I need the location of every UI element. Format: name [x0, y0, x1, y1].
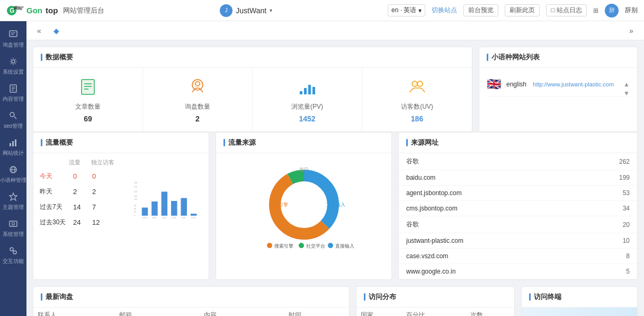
svg-text:270: 270	[134, 186, 137, 188]
expand-right-btn[interactable]: »	[625, 24, 638, 37]
sidebar-item-system[interactable]: 系统设置	[0, 52, 26, 80]
inquiries-title: 最新询盘	[46, 292, 73, 302]
sidebar-item-inquiries[interactable]: 询盘管理	[0, 25, 26, 52]
sidebar-item-seo[interactable]: seo管理	[0, 107, 26, 134]
site-url[interactable]: http://www.justwant-plastic.com	[533, 81, 614, 87]
small-sites-title: 小语种网站列表	[491, 52, 540, 62]
yesterday-label: 昨天	[40, 187, 69, 196]
svg-text:30: 30	[134, 211, 136, 213]
svg-text:180: 180	[134, 195, 137, 197]
inquiries-icon	[8, 30, 18, 41]
pv-label: 浏览量(PV)	[291, 102, 323, 111]
30days-label: 过去30天	[40, 218, 69, 227]
svg-point-67	[267, 243, 272, 248]
small-sites-body: 🇬🇧 english http://www.justwant-plastic.c…	[479, 68, 637, 101]
source-item-4: cms.jsbontop.com 34	[399, 201, 637, 216]
sidebar-label: seo管理	[4, 123, 23, 129]
site-name: JustWant	[236, 6, 266, 15]
site-selector[interactable]: J JustWant ▾	[220, 4, 272, 17]
7days-visitors: 7	[92, 203, 96, 211]
svg-text:搜索引擎: 搜索引擎	[269, 202, 288, 207]
stat-inquiries: 询盘数量 2	[143, 68, 253, 131]
source-url-title: 来源网址	[411, 138, 439, 147]
sys-mgr-icon	[8, 219, 18, 230]
today-visitors: 0	[92, 172, 96, 180]
svg-text:12月: 12月	[182, 216, 186, 219]
svg-text:90: 90	[134, 205, 136, 207]
bar-chart-container: 310 270 210 180 150 90 60 30 0	[134, 159, 202, 245]
row2: 流量概要 流量 独立访客 今天 0	[26, 132, 644, 280]
system-icon	[8, 57, 18, 68]
data-overview-card: 数据概要 文章数量 69	[33, 47, 472, 132]
expand-icon[interactable]: ⊞	[593, 7, 598, 14]
col-email: 邮箱	[115, 308, 200, 316]
svg-rect-31	[304, 88, 307, 94]
svg-point-69	[299, 243, 304, 248]
svg-text:直接输入: 直接输入	[335, 243, 354, 249]
today-label: 今天	[40, 172, 69, 181]
sidebar-item-sys-mgr[interactable]: 系统管理	[0, 215, 26, 242]
sidebar-label: 询盘管理	[3, 42, 24, 48]
7days-label: 过去7天	[40, 203, 69, 212]
traffic-source-header: 流量来源	[216, 133, 391, 153]
scroll-up-icon[interactable]: ▲	[623, 81, 630, 88]
svg-rect-19	[10, 221, 17, 226]
svg-text:60: 60	[134, 208, 136, 210]
collapse-btn[interactable]: «	[33, 24, 46, 37]
donut-chart: 搜索引擎 直接输入 其它 搜索引擎 社交平台 直接输入	[251, 160, 357, 255]
lang-select[interactable]: en · 英语 ▾	[388, 4, 425, 16]
svg-point-6	[12, 60, 15, 63]
count-6: 10	[623, 237, 630, 244]
sidebar-label: 主题管理	[3, 204, 24, 210]
title-bar	[223, 139, 225, 146]
count-1: 262	[619, 158, 630, 165]
period-yesterday: 昨天 2 2	[40, 184, 130, 199]
bar-dec	[181, 198, 187, 215]
pv-value[interactable]: 1452	[299, 115, 315, 123]
site-log-btn[interactable]: □ 站点日志	[546, 4, 587, 16]
diamond-btn[interactable]: ◆	[50, 24, 62, 37]
source-item-3: agent.jsbontop.com 53	[399, 186, 637, 201]
data-overview-title: 数据概要	[46, 52, 73, 62]
distribution-title: 访问分布	[369, 292, 396, 302]
svg-point-71	[328, 243, 333, 248]
distribution-table: 国家 百分比 次数 中国 80.23% 1165	[356, 308, 514, 316]
dist-col-count: 次数	[466, 308, 514, 316]
distribution-header: 访问分布	[356, 287, 514, 308]
visit-terminal-card: 访问终端 +	[521, 286, 638, 316]
svg-text:150: 150	[134, 198, 137, 200]
bar-nov	[171, 201, 177, 216]
svg-text:其它: 其它	[299, 167, 309, 172]
period-today: 今天 0 0	[40, 169, 130, 184]
bar-aug	[142, 207, 148, 215]
sidebar-item-theme[interactable]: 主题管理	[0, 188, 26, 215]
uv-value[interactable]: 186	[411, 115, 423, 123]
scroll-down-icon[interactable]: ▼	[623, 90, 630, 97]
svg-text:10月: 10月	[162, 216, 167, 219]
stat-uv: 访客数(UV) 186	[362, 68, 472, 131]
title-bar	[487, 54, 488, 61]
count-7: 8	[626, 252, 630, 260]
sidebar-item-content[interactable]: 内容管理	[0, 80, 26, 107]
terminal-title: 访问终端	[534, 292, 561, 302]
refresh-btn[interactable]: 刷新此页	[505, 4, 540, 16]
distribution-body: 国家 百分比 次数 中国 80.23% 1165	[356, 308, 514, 316]
source-item-1: 谷歌 262	[399, 153, 637, 170]
switch-site-btn[interactable]: 切换站点	[432, 6, 457, 15]
user-avatar[interactable]: 辞	[605, 4, 619, 17]
small-sites-card: 小语种网站列表 🇬🇧 english http://www.justwant-p…	[479, 47, 638, 132]
sidebar-item-small-lang[interactable]: 小语种管理	[0, 161, 26, 188]
svg-line-23	[13, 250, 14, 251]
visitors-header: 独立访客	[91, 159, 114, 166]
sidebar-label: 小语种管理	[0, 177, 26, 183]
traffic-source-title: 流量来源	[228, 138, 256, 147]
title-bar	[41, 293, 42, 301]
traffic-col-headers: 流量 独立访客	[40, 159, 130, 166]
preview-btn[interactable]: 前台预览	[463, 4, 498, 16]
source-item-6: justwant-plastic.com 10	[399, 233, 637, 249]
site-lang: english	[506, 81, 527, 88]
bar-chart-svg: 310 270 210 180 150 90 60 30 0	[134, 159, 202, 243]
sidebar-item-stats[interactable]: 网站统计	[0, 134, 26, 161]
sidebar-item-interact[interactable]: 交互功能	[0, 242, 26, 269]
col-contact: 联系人	[33, 308, 115, 316]
